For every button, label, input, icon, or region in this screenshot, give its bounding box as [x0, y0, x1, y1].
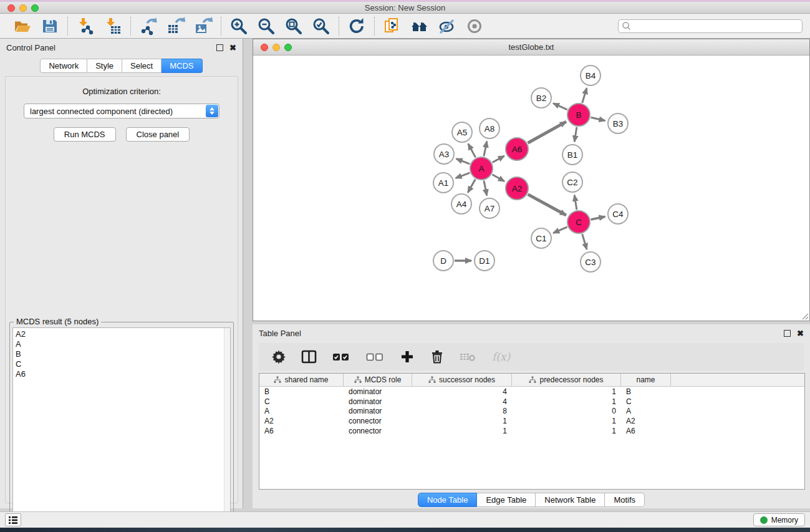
- edge-A-A6[interactable]: [493, 156, 504, 162]
- close-window-button[interactable]: [7, 4, 15, 12]
- graph-node-A1[interactable]: A1: [433, 172, 454, 193]
- cell-MCDS-role[interactable]: connector: [344, 427, 412, 435]
- graph-node-A8[interactable]: A8: [479, 118, 500, 139]
- task-history-button[interactable]: [5, 513, 21, 526]
- tab-node-table[interactable]: Node Table: [418, 493, 478, 507]
- save-session-icon[interactable]: [40, 16, 60, 36]
- cell-name[interactable]: C: [621, 397, 671, 406]
- criterion-select[interactable]: largest connected component (directed): [24, 104, 219, 118]
- edge-B-B2[interactable]: [553, 104, 567, 110]
- graph-node-B3[interactable]: B3: [607, 113, 629, 134]
- edge-A-A7[interactable]: [484, 181, 487, 196]
- zoom-in-icon[interactable]: [229, 16, 249, 36]
- table-settings-icon[interactable]: [271, 348, 286, 365]
- result-list-item[interactable]: B: [16, 349, 230, 359]
- edge-C-C3[interactable]: [582, 234, 587, 249]
- graph-node-A[interactable]: A: [470, 157, 493, 180]
- edge-A6-B[interactable]: [528, 122, 566, 143]
- cell-predecessor-nodes[interactable]: 1: [512, 427, 621, 435]
- zoom-fit-icon[interactable]: [284, 16, 304, 36]
- cell-MCDS-role[interactable]: connector: [344, 417, 412, 425]
- show-graphics-details-icon[interactable]: [465, 16, 485, 36]
- cell-MCDS-role[interactable]: dominator: [344, 397, 412, 406]
- cell-predecessor-nodes[interactable]: 1: [512, 397, 621, 406]
- edge-C-C1[interactable]: [553, 227, 567, 233]
- cell-shared-name[interactable]: B: [259, 387, 344, 396]
- cell-MCDS-role[interactable]: dominator: [344, 407, 412, 415]
- table-row[interactable]: Adominator80A: [259, 407, 804, 417]
- column-header-predecessor-nodes[interactable]: predecessor nodes: [512, 374, 621, 386]
- column-header-name[interactable]: name: [621, 374, 671, 386]
- result-list-item[interactable]: C: [16, 359, 230, 369]
- table-row[interactable]: Bdominator41B: [259, 387, 804, 397]
- zoom-window-button[interactable]: [31, 4, 39, 12]
- network-canvas[interactable]: B4B2BB3A5A8A6A3B1AA1C2A2A4A7C4CC1C3DD1: [253, 56, 809, 321]
- hide-graphics-details-icon[interactable]: [437, 16, 457, 36]
- table-row[interactable]: A6connector11A6: [259, 426, 804, 436]
- graph-node-A3[interactable]: A3: [433, 143, 455, 165]
- cell-successor-nodes[interactable]: 8: [412, 407, 512, 415]
- tab-mcds[interactable]: MCDS: [162, 59, 202, 73]
- network-minimize-button[interactable]: [272, 44, 280, 51]
- result-list-item[interactable]: A2: [16, 329, 230, 339]
- tab-edge-table[interactable]: Edge Table: [477, 493, 536, 507]
- edge-C-C2[interactable]: [574, 195, 577, 210]
- import-network-icon[interactable]: [75, 16, 95, 36]
- float-panel-icon[interactable]: [216, 44, 223, 51]
- refresh-icon[interactable]: [347, 16, 367, 36]
- cell-name[interactable]: B: [621, 387, 671, 396]
- network-zoom-button[interactable]: [284, 44, 292, 51]
- graph-node-C1[interactable]: C1: [531, 228, 552, 249]
- graph-node-C4[interactable]: C4: [607, 203, 629, 225]
- edge-A-A8[interactable]: [484, 142, 487, 157]
- network-window-titlebar[interactable]: testGlobe.txt: [253, 39, 809, 56]
- cell-shared-name[interactable]: A: [259, 407, 344, 415]
- select-all-icon[interactable]: [332, 348, 351, 365]
- graph-node-D1[interactable]: D1: [474, 250, 495, 271]
- edge-A2-C[interactable]: [528, 195, 566, 215]
- edge-A-A3[interactable]: [456, 159, 470, 164]
- graph-node-C2[interactable]: C2: [562, 172, 583, 193]
- edge-C-C4[interactable]: [591, 216, 605, 220]
- cell-MCDS-role[interactable]: dominator: [344, 387, 412, 396]
- tab-motifs[interactable]: Motifs: [605, 493, 645, 507]
- cell-successor-nodes[interactable]: 4: [412, 397, 512, 406]
- cell-successor-nodes[interactable]: 4: [412, 387, 512, 396]
- mcds-result-list[interactable]: A2ABCA6: [12, 327, 231, 532]
- result-list-scrollbar[interactable]: [224, 328, 230, 532]
- cell-shared-name[interactable]: A2: [259, 417, 344, 425]
- tab-network-table[interactable]: Network Table: [536, 493, 605, 507]
- tab-style[interactable]: Style: [87, 59, 122, 73]
- graph-node-A7[interactable]: A7: [479, 198, 500, 219]
- close-panel-icon[interactable]: ✖: [229, 44, 236, 51]
- node-table[interactable]: shared nameMCDS rolesuccessor nodesprede…: [259, 373, 805, 490]
- new-network-from-file-icon[interactable]: [382, 16, 402, 36]
- cell-predecessor-nodes[interactable]: 1: [512, 417, 621, 425]
- export-image-icon[interactable]: [193, 16, 213, 36]
- search-field[interactable]: [618, 19, 803, 33]
- close-panel-button[interactable]: Close panel: [126, 127, 190, 142]
- resize-grip[interactable]: [801, 312, 809, 320]
- zoom-selected-icon[interactable]: [311, 16, 331, 36]
- tab-select[interactable]: Select: [122, 59, 162, 73]
- cell-name[interactable]: A: [621, 407, 671, 415]
- delete-table-icon[interactable]: [460, 348, 477, 365]
- home-icon[interactable]: [410, 16, 430, 36]
- delete-columns-icon[interactable]: [430, 348, 445, 365]
- zoom-out-icon[interactable]: [256, 16, 276, 36]
- network-window-controls[interactable]: [261, 44, 292, 51]
- edge-B-B4[interactable]: [582, 88, 587, 103]
- tab-network[interactable]: Network: [40, 59, 87, 73]
- deselect-all-icon[interactable]: [366, 348, 385, 365]
- edge-A-A5[interactable]: [468, 144, 476, 158]
- graph-node-A6[interactable]: A6: [505, 137, 529, 161]
- cell-predecessor-nodes[interactable]: 1: [512, 387, 621, 396]
- close-table-panel-icon[interactable]: ✖: [797, 330, 804, 337]
- cell-predecessor-nodes[interactable]: 0: [512, 407, 621, 415]
- column-header-shared-name[interactable]: shared name: [259, 374, 344, 386]
- export-network-icon[interactable]: [138, 16, 158, 36]
- edge-B-B3[interactable]: [591, 117, 605, 120]
- show-columns-icon[interactable]: [301, 348, 317, 365]
- graph-node-B1[interactable]: B1: [562, 144, 583, 165]
- edge-A-A4[interactable]: [468, 179, 475, 192]
